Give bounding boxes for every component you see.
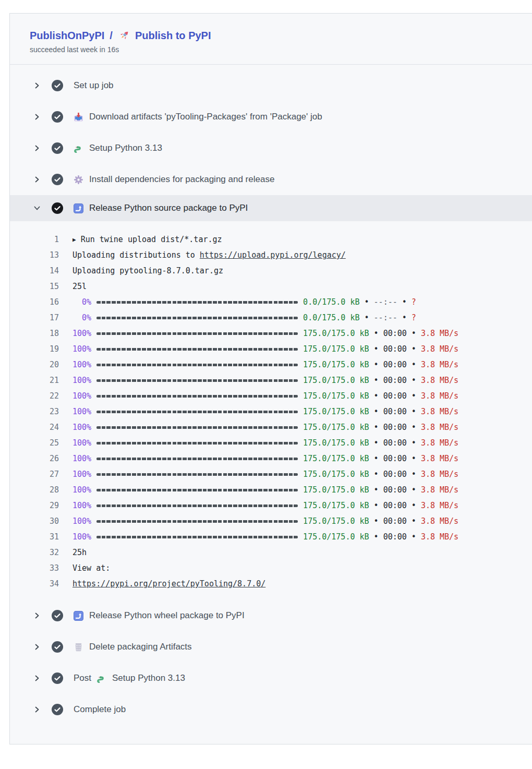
progress-time: 00:00 bbox=[383, 470, 407, 479]
log-line-number[interactable]: 20 bbox=[10, 360, 59, 369]
log-line-number[interactable]: 19 bbox=[10, 344, 59, 354]
log-line-number[interactable]: 22 bbox=[10, 391, 59, 401]
chevron-right-icon[interactable] bbox=[33, 611, 41, 620]
progress-percent: 100% bbox=[72, 391, 91, 401]
progress-percent: 100% bbox=[72, 360, 91, 369]
log-line-number[interactable]: 1 bbox=[10, 235, 59, 244]
progress-speed: ? bbox=[412, 313, 416, 322]
log-text: Uploading pytooling-8.7.0.tar.gz bbox=[72, 266, 223, 275]
log-link[interactable]: https://upload.pypi.org/legacy/ bbox=[200, 250, 346, 260]
separator-dot: • bbox=[369, 360, 383, 369]
progress-percent: 100% bbox=[72, 423, 91, 432]
log-line-number[interactable]: 26 bbox=[10, 454, 59, 463]
separator-dot: • bbox=[369, 329, 383, 338]
step-prefix: Post bbox=[74, 673, 91, 683]
job-header: PublishOnPyPI / Publish to PyPI succeede… bbox=[10, 14, 532, 65]
step-row-release-python-wheel-package-to-pypi[interactable]: Release Python wheel package to PyPI bbox=[10, 600, 532, 631]
log-line-number[interactable]: 32 bbox=[10, 548, 59, 557]
log-line-number[interactable]: 21 bbox=[10, 376, 59, 385]
step-row-setup-python-3-13[interactable]: Setup Python 3.13 bbox=[10, 133, 532, 164]
log-line: 25100%175.0/175.0 kB • 00:00 • 3.8 MB/s bbox=[10, 435, 532, 451]
log-line-content: ▶Run twine upload dist/*.tar.gz bbox=[72, 235, 222, 244]
step-log: 1▶Run twine upload dist/*.tar.gz13Upload… bbox=[10, 221, 532, 600]
progress-time: 00:00 bbox=[383, 438, 407, 448]
separator-dot: • bbox=[407, 391, 421, 401]
log-line-number[interactable]: 18 bbox=[10, 329, 59, 338]
log-link[interactable]: https://pypi.org/project/pyTooling/8.7.0… bbox=[72, 579, 265, 588]
chevron-right-icon[interactable] bbox=[33, 674, 41, 682]
log-line-content: 100%175.0/175.0 kB • 00:00 • 3.8 MB/s bbox=[72, 376, 458, 385]
separator-dot: • bbox=[359, 313, 373, 322]
log-line-number[interactable]: 31 bbox=[10, 532, 59, 542]
progress-bar bbox=[96, 411, 298, 413]
step-row-delete-packaging-artifacts[interactable]: Delete packaging Artifacts bbox=[10, 631, 532, 663]
log-line-content: 100%175.0/175.0 kB • 00:00 • 3.8 MB/s bbox=[72, 485, 458, 495]
separator-dot: • bbox=[369, 391, 383, 401]
chevron-down-icon[interactable] bbox=[33, 204, 41, 212]
progress-size: 175.0/175.0 kB bbox=[303, 376, 369, 385]
log-line-number[interactable]: 27 bbox=[10, 470, 59, 479]
log-line-number[interactable]: 14 bbox=[10, 266, 59, 275]
log-group-toggle-icon[interactable]: ▶ bbox=[72, 236, 76, 243]
progress-size: 175.0/175.0 kB bbox=[303, 454, 369, 463]
progress-percent: 100% bbox=[72, 454, 91, 463]
log-line: 170%0.0/175.0 kB • --:-- • ? bbox=[10, 310, 532, 326]
arrow-heading-up-icon bbox=[74, 611, 83, 621]
chevron-right-icon[interactable] bbox=[33, 705, 41, 714]
separator-dot: • bbox=[407, 407, 421, 416]
separator-dot: • bbox=[407, 438, 421, 448]
log-line: 28100%175.0/175.0 kB • 00:00 • 3.8 MB/s bbox=[10, 482, 532, 498]
log-line-number[interactable]: 13 bbox=[10, 250, 59, 260]
status-check-icon bbox=[52, 142, 63, 154]
rocket-emoji-icon bbox=[118, 29, 130, 42]
step-row-install-dependencies-for-packaging-and-r[interactable]: Install dependencies for packaging and r… bbox=[10, 164, 532, 195]
log-line-number[interactable]: 17 bbox=[10, 313, 59, 322]
progress-time: 00:00 bbox=[383, 423, 407, 432]
progress-bar bbox=[96, 379, 298, 382]
log-text: View at: bbox=[72, 563, 110, 573]
progress-bar bbox=[96, 395, 298, 398]
chevron-right-icon[interactable] bbox=[33, 175, 41, 184]
log-line-number[interactable]: 23 bbox=[10, 407, 59, 416]
step-row-release-python-source-package-to-pypi[interactable]: Release Python source package to PyPI bbox=[10, 195, 532, 221]
step-label: Complete job bbox=[74, 704, 126, 715]
log-line-number[interactable]: 16 bbox=[10, 297, 59, 307]
progress-speed: ? bbox=[412, 297, 416, 307]
job-name: Publish to PyPI bbox=[135, 30, 211, 42]
step-row-setup-python-3-13[interactable]: PostSetup Python 3.13 bbox=[10, 663, 532, 694]
log-line: 30100%175.0/175.0 kB • 00:00 • 3.8 MB/s bbox=[10, 513, 532, 529]
log-line-content: 100%175.0/175.0 kB • 00:00 • 3.8 MB/s bbox=[72, 391, 458, 401]
log-line-content: 100%175.0/175.0 kB • 00:00 • 3.8 MB/s bbox=[72, 329, 458, 338]
progress-size: 175.0/175.0 kB bbox=[303, 516, 369, 526]
progress-time: 00:00 bbox=[383, 376, 407, 385]
log-line-number[interactable]: 33 bbox=[10, 563, 59, 573]
progress-size: 175.0/175.0 kB bbox=[303, 532, 369, 542]
progress-size: 175.0/175.0 kB bbox=[303, 391, 369, 401]
log-line-content: Uploading distributions to https://uploa… bbox=[72, 250, 346, 260]
log-line-number[interactable]: 28 bbox=[10, 485, 59, 495]
progress-size: 175.0/175.0 kB bbox=[303, 423, 369, 432]
step-row-download-artifacts-pytooling-packages-fr[interactable]: Download artifacts 'pyTooling-Packages' … bbox=[10, 101, 532, 133]
step-label: Release Python source package to PyPI bbox=[89, 203, 248, 213]
step-row-complete-job[interactable]: Complete job bbox=[10, 694, 532, 725]
workflow-name-link[interactable]: PublishOnPyPI bbox=[30, 30, 104, 42]
log-line-number[interactable]: 25 bbox=[10, 438, 59, 448]
log-line-content: 25h bbox=[72, 548, 87, 557]
log-line-number[interactable]: 30 bbox=[10, 516, 59, 526]
log-text: 25h bbox=[72, 548, 87, 557]
progress-size: 175.0/175.0 kB bbox=[303, 438, 369, 448]
progress-size: 175.0/175.0 kB bbox=[303, 501, 369, 510]
log-line-number[interactable]: 29 bbox=[10, 501, 59, 510]
chevron-right-icon[interactable] bbox=[33, 144, 41, 152]
log-line: 34https://pypi.org/project/pyTooling/8.7… bbox=[10, 576, 532, 592]
log-line: 13Uploading distributions to https://upl… bbox=[10, 247, 532, 263]
separator-dot: • bbox=[407, 501, 421, 510]
log-line-number[interactable]: 15 bbox=[10, 282, 59, 291]
step-row-set-up-job[interactable]: Set up job bbox=[10, 70, 532, 101]
chevron-right-icon[interactable] bbox=[33, 113, 41, 121]
log-line-number[interactable]: 24 bbox=[10, 423, 59, 432]
step-label: Set up job bbox=[74, 80, 114, 91]
log-line-number[interactable]: 34 bbox=[10, 579, 59, 588]
chevron-right-icon[interactable] bbox=[33, 81, 41, 90]
chevron-right-icon[interactable] bbox=[33, 643, 41, 651]
